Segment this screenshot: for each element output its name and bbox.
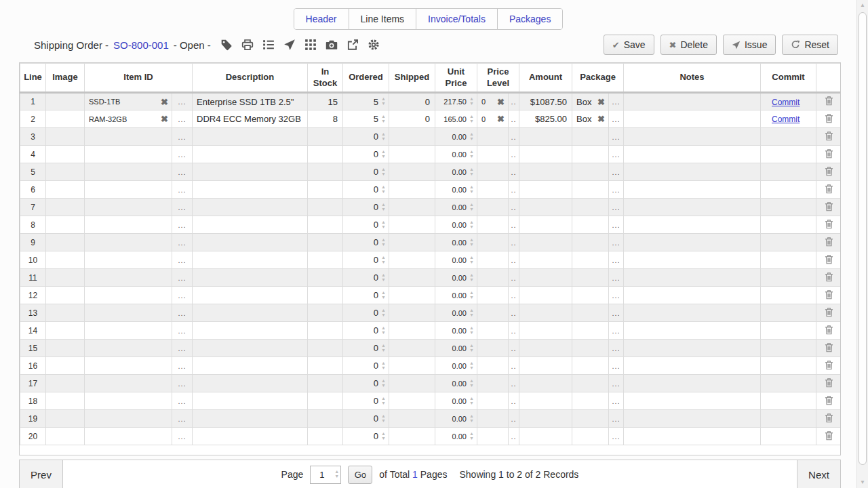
clear-price-level-icon[interactable]: ✖ [495, 98, 507, 106]
ordered-cell[interactable]: 0▲▼ [343, 251, 389, 269]
price-level-cell[interactable]: 0✖ [477, 110, 509, 128]
description-cell[interactable] [193, 269, 308, 287]
price-level-lookup-button[interactable]: .. [509, 357, 519, 375]
clear-package-icon[interactable]: ✖ [595, 98, 607, 106]
item-id-cell[interactable] [85, 410, 172, 428]
notes-cell[interactable] [624, 322, 761, 340]
commit-link[interactable]: Commit [766, 98, 800, 107]
ordered-spinner[interactable]: ▲▼ [380, 167, 387, 177]
price-level-lookup-button[interactable]: .. [509, 251, 519, 269]
ordered-spinner[interactable]: ▲▼ [380, 432, 387, 441]
item-lookup-button[interactable]: ... [172, 199, 193, 216]
package-lookup-button[interactable]: ... [609, 93, 624, 110]
description-cell[interactable] [193, 163, 308, 181]
item-id-cell[interactable] [85, 199, 172, 216]
ordered-cell[interactable]: 0▲▼ [343, 163, 389, 181]
notes-cell[interactable] [624, 234, 761, 251]
notes-cell[interactable] [624, 269, 761, 287]
clear-item-icon[interactable]: ✖ [159, 98, 170, 106]
item-id-cell[interactable] [85, 128, 172, 146]
ordered-cell[interactable]: 0▲▼ [343, 428, 389, 445]
package-lookup-button[interactable]: ... [609, 269, 624, 287]
item-lookup-button[interactable]: ... [172, 322, 193, 340]
item-lookup-button[interactable]: ... [172, 287, 193, 304]
unit-price-cell[interactable]: 0.00▲▼ [435, 375, 477, 392]
price-level-lookup-button[interactable]: .. [509, 410, 519, 428]
description-cell[interactable]: DDR4 ECC Memory 32GB [193, 110, 308, 128]
package-lookup-button[interactable]: ... [609, 146, 624, 163]
item-id-cell[interactable] [85, 216, 172, 234]
price-level-cell[interactable] [477, 146, 509, 163]
package-cell[interactable] [572, 146, 609, 163]
description-cell[interactable] [193, 216, 308, 234]
order-number-link[interactable]: SO-800-001 [113, 39, 169, 51]
item-id-cell[interactable] [85, 357, 172, 375]
item-lookup-button[interactable]: ... [172, 216, 193, 234]
notes-cell[interactable] [624, 216, 761, 234]
notes-cell[interactable] [624, 287, 761, 304]
unit-price-spinner[interactable]: ▲▼ [468, 273, 475, 283]
price-level-lookup-button[interactable]: .. [509, 269, 519, 287]
price-level-lookup-button[interactable]: .. [509, 128, 519, 146]
price-level-cell[interactable] [477, 199, 509, 216]
page-number-input[interactable]: 1 ▲▼ [310, 466, 341, 484]
unit-price-cell[interactable]: 0.00▲▼ [435, 392, 477, 410]
package-lookup-button[interactable]: ... [609, 340, 624, 357]
delete-row-button[interactable] [816, 304, 841, 322]
delete-row-button[interactable] [816, 392, 841, 410]
package-lookup-button[interactable]: ... [609, 199, 624, 216]
ordered-spinner[interactable]: ▲▼ [380, 185, 387, 195]
unit-price-cell[interactable]: 0.00▲▼ [435, 269, 477, 287]
package-lookup-button[interactable]: ... [609, 181, 624, 199]
delete-row-button[interactable] [816, 375, 841, 392]
notes-cell[interactable] [624, 93, 761, 110]
clear-price-level-icon[interactable]: ✖ [495, 115, 507, 123]
package-cell[interactable] [572, 199, 609, 216]
price-level-cell[interactable]: 0✖ [477, 93, 509, 110]
item-id-cell[interactable] [85, 304, 172, 322]
package-lookup-button[interactable]: ... [609, 163, 624, 181]
package-cell[interactable] [572, 410, 609, 428]
delete-row-button[interactable] [816, 357, 841, 375]
price-level-lookup-button[interactable]: .. [509, 234, 519, 251]
prev-page-button[interactable]: Prev [20, 460, 63, 488]
unit-price-spinner[interactable]: ▲▼ [468, 326, 475, 336]
ordered-cell[interactable]: 0▲▼ [343, 146, 389, 163]
item-lookup-button[interactable]: ... [172, 357, 193, 375]
unit-price-spinner[interactable]: ▲▼ [468, 361, 475, 371]
description-cell[interactable] [193, 428, 308, 445]
price-level-cell[interactable] [477, 287, 509, 304]
package-cell[interactable] [572, 428, 609, 445]
description-cell[interactable] [193, 181, 308, 199]
unit-price-cell[interactable]: 0.00▲▼ [435, 428, 477, 445]
item-lookup-button[interactable]: ... [172, 234, 193, 251]
unit-price-cell[interactable]: 0.00▲▼ [435, 146, 477, 163]
item-id-cell[interactable] [85, 269, 172, 287]
package-lookup-button[interactable]: ... [609, 410, 624, 428]
price-level-lookup-button[interactable]: .. [509, 199, 519, 216]
notes-cell[interactable] [624, 392, 761, 410]
package-cell[interactable] [572, 251, 609, 269]
ordered-spinner[interactable]: ▲▼ [380, 273, 387, 283]
unit-price-cell[interactable]: 0.00▲▼ [435, 199, 477, 216]
tab-line-items[interactable]: Line Items [349, 9, 417, 29]
item-lookup-button[interactable]: ... [172, 146, 193, 163]
camera-icon[interactable] [326, 39, 338, 51]
price-level-cell[interactable] [477, 216, 509, 234]
clear-item-icon[interactable]: ✖ [159, 115, 170, 123]
save-button[interactable]: ✔ Save [604, 35, 654, 55]
ordered-cell[interactable]: 0▲▼ [343, 181, 389, 199]
delete-row-button[interactable] [816, 93, 841, 110]
notes-cell[interactable] [624, 110, 761, 128]
package-cell[interactable]: Box✖ [572, 110, 609, 128]
description-cell[interactable] [193, 251, 308, 269]
price-level-cell[interactable] [477, 251, 509, 269]
ordered-spinner[interactable]: ▲▼ [380, 203, 387, 212]
item-id-cell[interactable] [85, 322, 172, 340]
item-id-cell[interactable] [85, 375, 172, 392]
unit-price-cell[interactable]: 0.00▲▼ [435, 357, 477, 375]
description-cell[interactable]: Enterprise SSD 1TB 2.5" [193, 93, 308, 110]
price-level-lookup-button[interactable]: .. [509, 375, 519, 392]
package-lookup-button[interactable]: ... [609, 287, 624, 304]
unit-price-cell[interactable]: 0.00▲▼ [435, 340, 477, 357]
